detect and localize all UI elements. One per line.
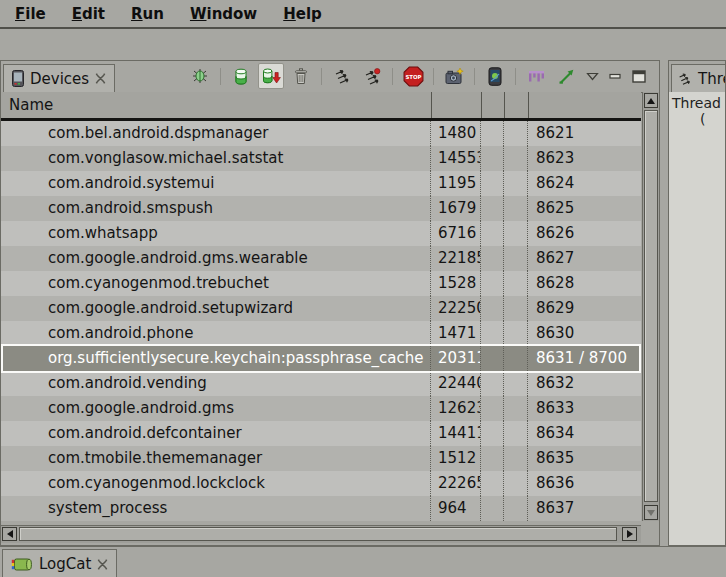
column-divider[interactable] — [528, 92, 529, 118]
port-cell[interactable]: 8625 — [528, 196, 641, 221]
menu-window[interactable]: Window — [177, 3, 270, 25]
status-cell[interactable] — [481, 246, 504, 271]
pid-cell[interactable]: 14553 — [431, 146, 481, 171]
status-cell-2[interactable] — [504, 246, 528, 271]
process-name-cell[interactable]: com.android.smspush — [1, 196, 431, 221]
column-header-name[interactable]: Name — [9, 96, 53, 114]
process-name-cell[interactable]: com.android.phone — [1, 321, 431, 346]
pid-cell[interactable]: 22265 — [431, 471, 481, 496]
device-row[interactable]: com.whatsapp 6716 8626 — [1, 221, 641, 246]
port-cell[interactable]: 8623 — [528, 146, 641, 171]
start-method-profiling-icon[interactable] — [359, 63, 385, 89]
port-cell[interactable]: 8630 — [528, 321, 641, 346]
device-row[interactable]: com.google.android.gms.wearable 22185 86… — [1, 246, 641, 271]
status-cell-2[interactable] — [504, 346, 528, 371]
view-menu-icon[interactable] — [583, 63, 601, 89]
pid-cell[interactable]: 1471 — [431, 321, 481, 346]
status-cell-2[interactable] — [504, 446, 528, 471]
port-cell[interactable]: 8621 — [528, 121, 641, 146]
port-cell[interactable]: 8626 — [528, 221, 641, 246]
status-cell[interactable] — [481, 421, 504, 446]
port-cell[interactable]: 8628 — [528, 271, 641, 296]
maximize-icon[interactable] — [629, 63, 649, 89]
pid-cell[interactable]: 1480 — [431, 121, 481, 146]
table-header[interactable]: Name — [1, 92, 641, 121]
capture-systrace-icon[interactable] — [523, 63, 549, 89]
pid-cell[interactable]: 964 — [431, 496, 481, 521]
status-cell-2[interactable] — [504, 171, 528, 196]
tab-devices[interactable]: Devices — [3, 64, 115, 93]
port-cell[interactable]: 8624 — [528, 171, 641, 196]
update-threads-icon[interactable] — [329, 63, 355, 89]
status-cell-2[interactable] — [504, 321, 528, 346]
minimize-icon[interactable] — [605, 63, 625, 89]
status-cell-2[interactable] — [504, 396, 528, 421]
device-row[interactable]: com.google.android.gms 12623 8633 — [1, 396, 641, 421]
device-row[interactable]: org.sufficientlysecure.keychain:passphra… — [1, 346, 641, 371]
status-cell[interactable] — [481, 296, 504, 321]
device-row[interactable]: com.android.phone 1471 8630 — [1, 321, 641, 346]
device-row[interactable]: com.cyanogenmod.lockclock 22265 8636 — [1, 471, 641, 496]
debug-process-icon[interactable] — [187, 63, 213, 89]
port-cell[interactable]: 8631 / 8700 — [528, 346, 641, 371]
tab-logcat[interactable]: LogCat — [2, 549, 117, 577]
pid-cell[interactable]: 6716 — [431, 221, 481, 246]
menu-file[interactable]: File — [2, 3, 59, 25]
status-cell[interactable] — [481, 371, 504, 396]
device-row[interactable]: com.android.defcontainer 14411 8634 — [1, 421, 641, 446]
status-cell[interactable] — [481, 146, 504, 171]
screen-capture-icon[interactable] — [441, 63, 467, 89]
pid-cell[interactable]: 1195 — [431, 171, 481, 196]
port-cell[interactable]: 8634 — [528, 421, 641, 446]
pid-cell[interactable]: 22250 — [431, 296, 481, 321]
status-cell[interactable] — [481, 321, 504, 346]
device-row[interactable]: com.tmobile.thememanager 1512 8635 — [1, 446, 641, 471]
port-cell[interactable]: 8632 — [528, 371, 641, 396]
close-icon[interactable] — [97, 559, 108, 570]
status-cell-2[interactable] — [504, 471, 528, 496]
pid-cell[interactable]: 1512 — [431, 446, 481, 471]
horizontal-scroll-thumb[interactable] — [19, 527, 617, 541]
process-name-cell[interactable]: com.google.android.gms.wearable — [1, 246, 431, 271]
scroll-left-button[interactable] — [2, 527, 17, 541]
pid-cell[interactable]: 1679 — [431, 196, 481, 221]
status-cell-2[interactable] — [504, 271, 528, 296]
device-row[interactable]: com.bel.android.dspmanager 1480 8621 — [1, 121, 641, 146]
status-cell[interactable] — [481, 196, 504, 221]
port-cell[interactable]: 8633 — [528, 396, 641, 421]
status-cell-2[interactable] — [504, 421, 528, 446]
port-cell[interactable]: 8637 — [528, 496, 641, 521]
status-cell[interactable] — [481, 121, 504, 146]
status-cell[interactable] — [481, 221, 504, 246]
status-cell[interactable] — [481, 396, 504, 421]
device-row[interactable]: com.google.android.setupwizard 22250 862… — [1, 296, 641, 321]
dump-hprof-icon[interactable] — [258, 63, 284, 89]
process-name-cell[interactable]: com.whatsapp — [1, 221, 431, 246]
scroll-right-button[interactable] — [622, 527, 637, 541]
status-cell[interactable] — [481, 271, 504, 296]
device-row[interactable]: com.android.vending 22440 8632 — [1, 371, 641, 396]
column-divider[interactable] — [431, 92, 432, 118]
process-name-cell[interactable]: system_process — [1, 496, 431, 521]
menu-help[interactable]: Help — [270, 3, 335, 25]
status-cell-2[interactable] — [504, 371, 528, 396]
column-divider[interactable] — [481, 92, 482, 118]
close-icon[interactable] — [95, 73, 106, 84]
device-row[interactable]: com.android.systemui 1195 8624 — [1, 171, 641, 196]
cause-gc-trash-icon[interactable] — [288, 63, 314, 89]
process-name-cell[interactable]: com.google.android.setupwizard — [1, 296, 431, 321]
status-cell[interactable] — [481, 171, 504, 196]
scroll-down-button[interactable] — [644, 505, 658, 520]
process-name-cell[interactable]: com.android.systemui — [1, 171, 431, 196]
process-name-cell[interactable]: com.cyanogenmod.lockclock — [1, 471, 431, 496]
stop-process-icon[interactable]: STOP — [400, 63, 426, 89]
port-cell[interactable]: 8629 — [528, 296, 641, 321]
status-cell-2[interactable] — [504, 121, 528, 146]
tab-threads[interactable]: Threads — [671, 64, 726, 93]
status-cell[interactable] — [481, 346, 504, 371]
process-name-cell[interactable]: com.android.defcontainer — [1, 421, 431, 446]
port-cell[interactable]: 8635 — [528, 446, 641, 471]
pid-cell[interactable]: 22440 — [431, 371, 481, 396]
horizontal-scrollbar[interactable] — [1, 525, 641, 543]
status-cell[interactable] — [481, 496, 504, 521]
